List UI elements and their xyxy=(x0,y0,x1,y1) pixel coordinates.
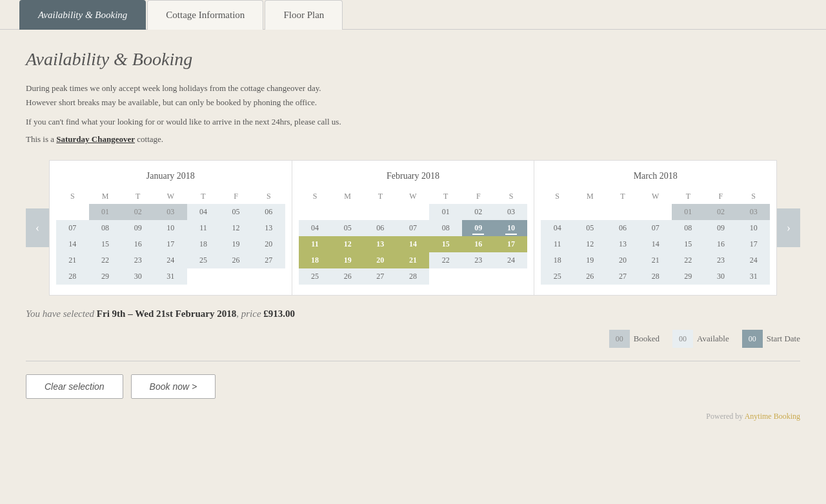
calendar-day[interactable]: 20 xyxy=(252,236,285,252)
weekday-header: F xyxy=(705,189,738,204)
calendar-day[interactable]: 19 xyxy=(574,252,607,268)
calendar-day[interactable]: 06 xyxy=(607,220,640,236)
calendar-day[interactable]: 16 xyxy=(121,236,154,252)
calendar-day[interactable]: 21 xyxy=(56,252,89,268)
calendar-day[interactable]: 01 xyxy=(429,204,462,220)
calendar-day[interactable]: 19 xyxy=(219,236,252,252)
calendar-day[interactable]: 19 xyxy=(331,252,364,268)
calendar-day xyxy=(541,204,574,220)
calendar-day[interactable]: 21 xyxy=(397,252,430,268)
calendar-day[interactable]: 09 xyxy=(121,220,154,236)
calendar-day[interactable]: 28 xyxy=(397,268,430,285)
calendar-day[interactable]: 24 xyxy=(495,252,528,268)
calendar-day[interactable]: 31 xyxy=(737,268,770,285)
calendar-day[interactable]: 28 xyxy=(56,268,89,285)
calendar-day[interactable]: 31 xyxy=(154,268,187,285)
calendar-day[interactable]: 10 xyxy=(495,220,528,236)
legend-startdate-box: 00 xyxy=(742,330,763,348)
calendar-day[interactable]: 05 xyxy=(219,204,252,220)
calendar-day[interactable]: 14 xyxy=(639,236,672,252)
calendar-day[interactable]: 14 xyxy=(397,236,430,252)
calendar-day[interactable]: 27 xyxy=(607,268,640,285)
calendar-day[interactable]: 17 xyxy=(495,236,528,252)
weekday-header: S xyxy=(737,189,770,204)
calendar-day[interactable]: 07 xyxy=(397,220,430,236)
calendar-day[interactable]: 05 xyxy=(574,220,607,236)
calendar-day[interactable]: 29 xyxy=(89,268,122,285)
calendar-day[interactable]: 29 xyxy=(672,268,705,285)
calendar-day[interactable]: 16 xyxy=(705,236,738,252)
calendar-day[interactable]: 26 xyxy=(331,268,364,285)
calendar-day[interactable]: 15 xyxy=(672,236,705,252)
calendar-day[interactable]: 30 xyxy=(121,268,154,285)
calendar-day[interactable]: 06 xyxy=(364,220,397,236)
calendar-day[interactable]: 24 xyxy=(737,252,770,268)
tab-cottage-info[interactable]: Cottage Information xyxy=(147,0,263,30)
clear-selection-button[interactable]: Clear selection xyxy=(26,374,123,399)
calendar-day[interactable]: 06 xyxy=(252,204,285,220)
calendar-day[interactable]: 09 xyxy=(462,220,495,236)
calendar-day[interactable]: 25 xyxy=(187,252,220,268)
calendar-day[interactable]: 17 xyxy=(737,236,770,252)
saturday-changeover-link[interactable]: Saturday Changeover xyxy=(56,134,135,144)
prev-arrow[interactable]: ‹ xyxy=(26,208,49,247)
calendar-day[interactable]: 14 xyxy=(56,236,89,252)
tab-floor-plan[interactable]: Floor Plan xyxy=(265,0,343,30)
calendar-day[interactable]: 18 xyxy=(187,236,220,252)
calendar-day[interactable]: 24 xyxy=(154,252,187,268)
calendar-day[interactable]: 08 xyxy=(89,220,122,236)
next-arrow[interactable]: › xyxy=(777,208,800,247)
calendar-day[interactable]: 11 xyxy=(541,236,574,252)
calendar-day[interactable]: 08 xyxy=(672,220,705,236)
weekday-header: S xyxy=(495,189,528,204)
calendar-day[interactable]: 25 xyxy=(541,268,574,285)
calendar-day[interactable]: 04 xyxy=(187,204,220,220)
calendar-day[interactable]: 25 xyxy=(299,268,332,285)
calendar-day[interactable]: 11 xyxy=(187,220,220,236)
calendar-day[interactable]: 07 xyxy=(56,220,89,236)
calendar-day[interactable]: 15 xyxy=(429,236,462,252)
calendar-day[interactable]: 05 xyxy=(331,220,364,236)
weekday-header: T xyxy=(429,189,462,204)
calendar-day[interactable]: 18 xyxy=(299,252,332,268)
calendar-day[interactable]: 26 xyxy=(219,252,252,268)
calendar-day[interactable]: 23 xyxy=(121,252,154,268)
calendar-day[interactable]: 20 xyxy=(364,252,397,268)
calendar-day[interactable]: 18 xyxy=(541,252,574,268)
calendar-day[interactable]: 21 xyxy=(639,252,672,268)
calendar-day[interactable]: 03 xyxy=(495,204,528,220)
calendar-day xyxy=(331,204,364,220)
calendar-day[interactable]: 12 xyxy=(331,236,364,252)
calendar-day[interactable]: 11 xyxy=(299,236,332,252)
calendar-day[interactable]: 20 xyxy=(607,252,640,268)
calendar-day[interactable]: 27 xyxy=(364,268,397,285)
calendar-day[interactable]: 26 xyxy=(574,268,607,285)
calendar-day[interactable]: 22 xyxy=(89,252,122,268)
anytime-booking-link[interactable]: Anytime Booking xyxy=(745,412,800,421)
calendar-day[interactable]: 28 xyxy=(639,268,672,285)
calendar-day[interactable]: 07 xyxy=(639,220,672,236)
calendar-day[interactable]: 04 xyxy=(299,220,332,236)
calendar-day[interactable]: 23 xyxy=(462,252,495,268)
calendar-day[interactable]: 02 xyxy=(462,204,495,220)
calendar-day[interactable]: 04 xyxy=(541,220,574,236)
calendar-day[interactable]: 10 xyxy=(737,220,770,236)
calendar-day[interactable]: 16 xyxy=(462,236,495,252)
calendar-day[interactable]: 22 xyxy=(429,252,462,268)
calendar-day[interactable]: 12 xyxy=(219,220,252,236)
calendar-day[interactable]: 08 xyxy=(429,220,462,236)
calendar-day[interactable]: 10 xyxy=(154,220,187,236)
calendar-day[interactable]: 13 xyxy=(364,236,397,252)
calendar-day[interactable]: 27 xyxy=(252,252,285,268)
calendar-day[interactable]: 12 xyxy=(574,236,607,252)
calendar-day[interactable]: 15 xyxy=(89,236,122,252)
calendar-day[interactable]: 09 xyxy=(705,220,738,236)
calendar-day[interactable]: 13 xyxy=(252,220,285,236)
book-now-button[interactable]: Book now > xyxy=(131,374,216,399)
calendar-day[interactable]: 22 xyxy=(672,252,705,268)
calendar-day[interactable]: 30 xyxy=(705,268,738,285)
calendar-day[interactable]: 13 xyxy=(607,236,640,252)
tab-availability[interactable]: Availability & Booking xyxy=(19,0,146,30)
calendar-day[interactable]: 17 xyxy=(154,236,187,252)
calendar-day[interactable]: 23 xyxy=(705,252,738,268)
